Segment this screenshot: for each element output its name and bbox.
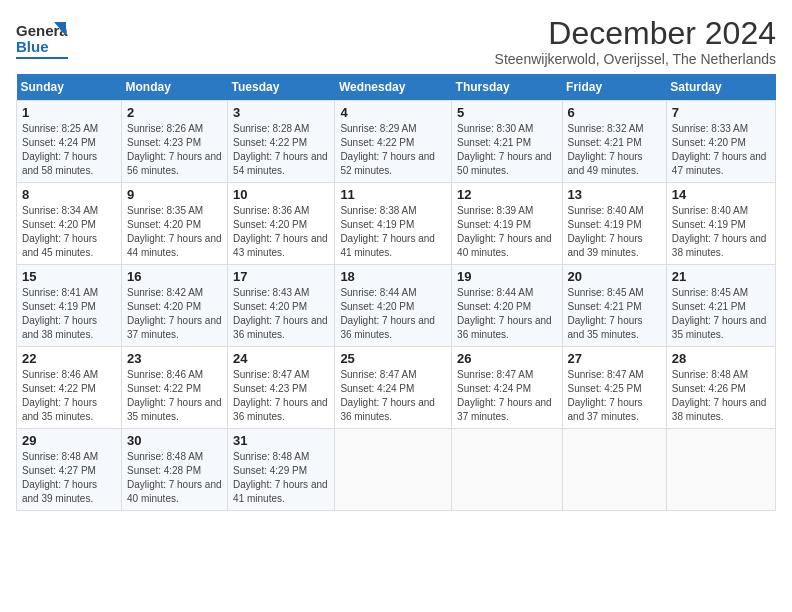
day-info: Sunrise: 8:42 AMSunset: 4:20 PMDaylight:… (127, 286, 222, 342)
day-info: Sunrise: 8:33 AMSunset: 4:20 PMDaylight:… (672, 122, 770, 178)
calendar-cell: 5 Sunrise: 8:30 AMSunset: 4:21 PMDayligh… (452, 101, 562, 183)
day-info: Sunrise: 8:36 AMSunset: 4:20 PMDaylight:… (233, 204, 329, 260)
day-info: Sunrise: 8:40 AMSunset: 4:19 PMDaylight:… (568, 204, 661, 260)
calendar-cell: 11 Sunrise: 8:38 AMSunset: 4:19 PMDaylig… (335, 183, 452, 265)
day-number: 19 (457, 269, 556, 284)
day-number: 9 (127, 187, 222, 202)
day-number: 26 (457, 351, 556, 366)
calendar-cell: 29 Sunrise: 8:48 AMSunset: 4:27 PMDaylig… (17, 429, 122, 511)
calendar-cell: 12 Sunrise: 8:39 AMSunset: 4:19 PMDaylig… (452, 183, 562, 265)
day-info: Sunrise: 8:47 AMSunset: 4:24 PMDaylight:… (340, 368, 446, 424)
calendar-cell: 24 Sunrise: 8:47 AMSunset: 4:23 PMDaylig… (228, 347, 335, 429)
day-info: Sunrise: 8:48 AMSunset: 4:27 PMDaylight:… (22, 450, 116, 506)
day-number: 29 (22, 433, 116, 448)
day-info: Sunrise: 8:45 AMSunset: 4:21 PMDaylight:… (672, 286, 770, 342)
day-number: 22 (22, 351, 116, 366)
calendar-cell: 22 Sunrise: 8:46 AMSunset: 4:22 PMDaylig… (17, 347, 122, 429)
calendar-cell: 31 Sunrise: 8:48 AMSunset: 4:29 PMDaylig… (228, 429, 335, 511)
weekday-header-saturday: Saturday (666, 74, 775, 101)
calendar-cell: 30 Sunrise: 8:48 AMSunset: 4:28 PMDaylig… (122, 429, 228, 511)
calendar-cell: 21 Sunrise: 8:45 AMSunset: 4:21 PMDaylig… (666, 265, 775, 347)
day-info: Sunrise: 8:40 AMSunset: 4:19 PMDaylight:… (672, 204, 770, 260)
calendar-cell: 23 Sunrise: 8:46 AMSunset: 4:22 PMDaylig… (122, 347, 228, 429)
day-info: Sunrise: 8:41 AMSunset: 4:19 PMDaylight:… (22, 286, 116, 342)
day-number: 20 (568, 269, 661, 284)
title-block: December 2024 Steenwijkerwold, Overijsse… (495, 16, 776, 67)
day-number: 31 (233, 433, 329, 448)
weekday-header-row: SundayMondayTuesdayWednesdayThursdayFrid… (17, 74, 776, 101)
day-number: 23 (127, 351, 222, 366)
day-number: 5 (457, 105, 556, 120)
week-row-3: 15 Sunrise: 8:41 AMSunset: 4:19 PMDaylig… (17, 265, 776, 347)
calendar-cell (452, 429, 562, 511)
day-info: Sunrise: 8:29 AMSunset: 4:22 PMDaylight:… (340, 122, 446, 178)
svg-text:Blue: Blue (16, 38, 49, 55)
calendar-cell (666, 429, 775, 511)
calendar-cell: 15 Sunrise: 8:41 AMSunset: 4:19 PMDaylig… (17, 265, 122, 347)
calendar-cell: 18 Sunrise: 8:44 AMSunset: 4:20 PMDaylig… (335, 265, 452, 347)
day-info: Sunrise: 8:32 AMSunset: 4:21 PMDaylight:… (568, 122, 661, 178)
day-info: Sunrise: 8:47 AMSunset: 4:23 PMDaylight:… (233, 368, 329, 424)
day-number: 1 (22, 105, 116, 120)
calendar-cell: 3 Sunrise: 8:28 AMSunset: 4:22 PMDayligh… (228, 101, 335, 183)
week-row-1: 1 Sunrise: 8:25 AMSunset: 4:24 PMDayligh… (17, 101, 776, 183)
calendar-cell: 7 Sunrise: 8:33 AMSunset: 4:20 PMDayligh… (666, 101, 775, 183)
weekday-header-sunday: Sunday (17, 74, 122, 101)
calendar-cell: 28 Sunrise: 8:48 AMSunset: 4:26 PMDaylig… (666, 347, 775, 429)
calendar-cell: 4 Sunrise: 8:29 AMSunset: 4:22 PMDayligh… (335, 101, 452, 183)
day-info: Sunrise: 8:48 AMSunset: 4:29 PMDaylight:… (233, 450, 329, 506)
calendar-cell: 9 Sunrise: 8:35 AMSunset: 4:20 PMDayligh… (122, 183, 228, 265)
day-info: Sunrise: 8:45 AMSunset: 4:21 PMDaylight:… (568, 286, 661, 342)
header: General Blue December 2024 Steenwijkerwo… (16, 16, 776, 68)
day-info: Sunrise: 8:25 AMSunset: 4:24 PMDaylight:… (22, 122, 116, 178)
month-title: December 2024 (495, 16, 776, 51)
day-number: 27 (568, 351, 661, 366)
day-number: 18 (340, 269, 446, 284)
day-number: 7 (672, 105, 770, 120)
day-number: 11 (340, 187, 446, 202)
day-info: Sunrise: 8:39 AMSunset: 4:19 PMDaylight:… (457, 204, 556, 260)
location-title: Steenwijkerwold, Overijssel, The Netherl… (495, 51, 776, 67)
day-number: 4 (340, 105, 446, 120)
weekday-header-tuesday: Tuesday (228, 74, 335, 101)
day-number: 28 (672, 351, 770, 366)
day-number: 3 (233, 105, 329, 120)
day-number: 8 (22, 187, 116, 202)
day-info: Sunrise: 8:46 AMSunset: 4:22 PMDaylight:… (22, 368, 116, 424)
day-info: Sunrise: 8:48 AMSunset: 4:28 PMDaylight:… (127, 450, 222, 506)
weekday-header-thursday: Thursday (452, 74, 562, 101)
calendar-cell (562, 429, 666, 511)
calendar-cell: 16 Sunrise: 8:42 AMSunset: 4:20 PMDaylig… (122, 265, 228, 347)
week-row-2: 8 Sunrise: 8:34 AMSunset: 4:20 PMDayligh… (17, 183, 776, 265)
day-number: 13 (568, 187, 661, 202)
calendar-cell: 1 Sunrise: 8:25 AMSunset: 4:24 PMDayligh… (17, 101, 122, 183)
day-number: 2 (127, 105, 222, 120)
day-number: 16 (127, 269, 222, 284)
day-info: Sunrise: 8:38 AMSunset: 4:19 PMDaylight:… (340, 204, 446, 260)
day-info: Sunrise: 8:47 AMSunset: 4:24 PMDaylight:… (457, 368, 556, 424)
calendar-cell: 26 Sunrise: 8:47 AMSunset: 4:24 PMDaylig… (452, 347, 562, 429)
week-row-5: 29 Sunrise: 8:48 AMSunset: 4:27 PMDaylig… (17, 429, 776, 511)
calendar-cell: 10 Sunrise: 8:36 AMSunset: 4:20 PMDaylig… (228, 183, 335, 265)
weekday-header-wednesday: Wednesday (335, 74, 452, 101)
weekday-header-friday: Friday (562, 74, 666, 101)
day-number: 12 (457, 187, 556, 202)
week-row-4: 22 Sunrise: 8:46 AMSunset: 4:22 PMDaylig… (17, 347, 776, 429)
calendar-cell: 25 Sunrise: 8:47 AMSunset: 4:24 PMDaylig… (335, 347, 452, 429)
calendar-cell: 19 Sunrise: 8:44 AMSunset: 4:20 PMDaylig… (452, 265, 562, 347)
day-number: 30 (127, 433, 222, 448)
calendar-cell: 17 Sunrise: 8:43 AMSunset: 4:20 PMDaylig… (228, 265, 335, 347)
day-number: 21 (672, 269, 770, 284)
day-info: Sunrise: 8:28 AMSunset: 4:22 PMDaylight:… (233, 122, 329, 178)
calendar-cell: 20 Sunrise: 8:45 AMSunset: 4:21 PMDaylig… (562, 265, 666, 347)
calendar-cell: 8 Sunrise: 8:34 AMSunset: 4:20 PMDayligh… (17, 183, 122, 265)
logo: General Blue (16, 16, 72, 68)
calendar-table: SundayMondayTuesdayWednesdayThursdayFrid… (16, 74, 776, 511)
day-number: 15 (22, 269, 116, 284)
calendar-cell: 27 Sunrise: 8:47 AMSunset: 4:25 PMDaylig… (562, 347, 666, 429)
weekday-header-monday: Monday (122, 74, 228, 101)
logo-icon: General Blue (16, 16, 68, 68)
day-info: Sunrise: 8:46 AMSunset: 4:22 PMDaylight:… (127, 368, 222, 424)
calendar-cell (335, 429, 452, 511)
calendar-cell: 6 Sunrise: 8:32 AMSunset: 4:21 PMDayligh… (562, 101, 666, 183)
